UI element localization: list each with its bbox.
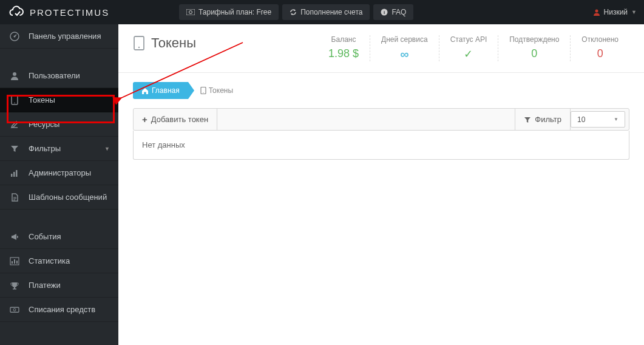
tariff-button[interactable]: Тарифный план: Free	[179, 4, 279, 20]
check-icon: ✓	[450, 47, 487, 61]
home-icon	[141, 87, 149, 94]
svg-point-6	[14, 35, 16, 37]
sidebar-users[interactable]: Пользователи	[0, 64, 118, 88]
refresh-icon	[290, 9, 297, 16]
empty-state: Нет данных	[133, 131, 629, 160]
add-token-button[interactable]: + Добавить токен	[134, 109, 217, 130]
sidebar-events[interactable]: События	[0, 225, 118, 249]
caret-down-icon: ▼	[614, 117, 619, 122]
sidebar-resources[interactable]: Ресурсы	[0, 112, 118, 137]
page-title: Токены	[133, 35, 196, 51]
bars-icon	[9, 168, 20, 179]
sidebar-stats[interactable]: Статистика	[0, 249, 118, 273]
filter-button[interactable]: Фильтр	[515, 109, 570, 130]
breadcrumb: Главная Токены	[118, 73, 644, 108]
infinity-icon: ∞	[381, 47, 428, 61]
breadcrumb-current: Токены	[188, 86, 233, 95]
svg-point-22	[203, 92, 203, 93]
sidebar-debits[interactable]: Списания средств	[0, 298, 118, 322]
svg-point-1	[189, 11, 192, 14]
file-icon	[9, 192, 20, 203]
stat-api: Статус API ✓	[439, 35, 498, 61]
sidebar-payments[interactable]: Платежи	[0, 273, 118, 298]
svg-point-7	[13, 72, 16, 76]
tablet-icon	[133, 36, 145, 50]
svg-point-4	[595, 10, 598, 13]
tablet-icon	[200, 87, 206, 94]
chart-icon	[9, 256, 20, 267]
svg-text:i: i	[384, 10, 385, 15]
topup-button[interactable]: Пополнение счета	[282, 4, 370, 20]
filter-icon	[524, 116, 531, 123]
sidebar-dashboard[interactable]: Панель управления	[0, 24, 118, 49]
info-icon: i	[381, 9, 388, 16]
svg-rect-0	[186, 9, 195, 15]
trophy-icon	[9, 280, 20, 291]
sidebar-admins[interactable]: Администраторы	[0, 161, 118, 185]
caret-down-icon: ▼	[631, 9, 637, 15]
svg-rect-15	[14, 259, 15, 264]
money-icon	[186, 9, 195, 15]
svg-rect-11	[13, 172, 15, 177]
edit-icon	[9, 119, 20, 130]
faq-button[interactable]: i FAQ	[373, 4, 413, 20]
filter-icon	[9, 143, 20, 154]
stat-days: Дней сервиса ∞	[370, 35, 439, 61]
svg-rect-14	[12, 261, 13, 264]
page-size-select[interactable]: 10 ▼	[571, 111, 625, 128]
caret-down-icon: ▼	[104, 146, 110, 152]
stat-confirmed: Подтверждено 0	[498, 35, 570, 61]
stat-balance: Баланс 1.98 $	[317, 35, 370, 61]
svg-rect-16	[16, 261, 18, 264]
breadcrumb-home[interactable]: Главная	[133, 82, 188, 99]
logo-icon	[9, 5, 26, 19]
cash-icon	[9, 304, 20, 315]
sidebar-tokens[interactable]: Токены	[0, 88, 118, 112]
megaphone-icon	[9, 231, 20, 242]
sidebar-filters[interactable]: Фильтры ▼	[0, 137, 118, 161]
svg-point-18	[13, 309, 16, 311]
svg-point-9	[14, 102, 15, 103]
dashboard-icon	[9, 31, 20, 42]
sidebar: Панель управления Пользователи Токены Ре…	[0, 24, 118, 345]
stat-rejected: Отклонено 0	[570, 35, 629, 61]
logo-text: PROTECTIMUS	[30, 7, 109, 18]
user-icon	[593, 9, 600, 16]
svg-point-20	[138, 47, 140, 48]
plus-icon: +	[142, 114, 147, 125]
sidebar-templates[interactable]: Шаблоны сообщений	[0, 185, 118, 210]
svg-rect-17	[10, 307, 19, 312]
svg-rect-12	[16, 170, 18, 177]
users-icon	[9, 70, 20, 81]
user-menu[interactable]: Низкий ▼	[586, 4, 644, 20]
logo[interactable]: PROTECTIMUS	[0, 0, 118, 24]
svg-rect-10	[11, 174, 13, 177]
tablet-icon	[9, 95, 20, 106]
